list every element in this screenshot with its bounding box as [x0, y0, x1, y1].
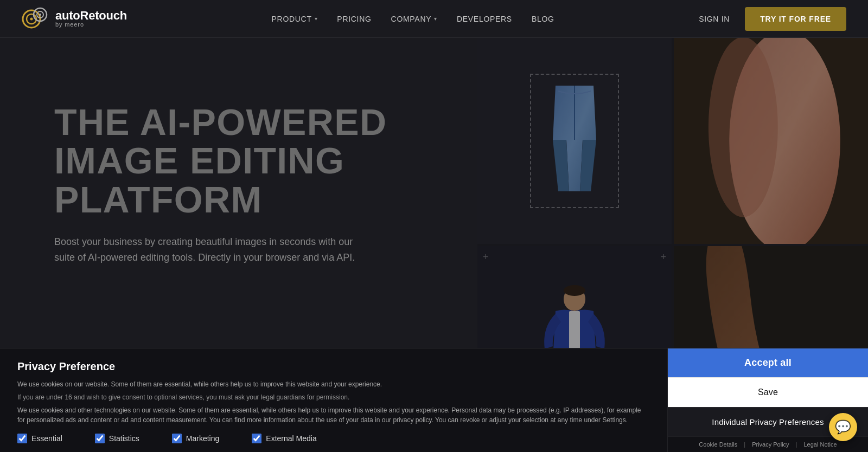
hero-title: THE AI-POWERED IMAGE EDITING PLATFORM	[54, 103, 445, 219]
privacy-banner: Privacy Preference We use cookies on our…	[0, 348, 868, 452]
try-free-button[interactable]: TRY IT FOR FREE	[745, 7, 846, 31]
checkbox-statistics[interactable]: Statistics	[95, 434, 139, 443]
privacy-policy-link[interactable]: Privacy Policy	[752, 441, 789, 448]
navbar: autoRetouch by meero PRODUCT ▾ PRICING C…	[0, 0, 868, 38]
nav-right: SIGN IN TRY IT FOR FREE	[699, 7, 846, 31]
nav-pricing[interactable]: PRICING	[337, 15, 371, 23]
image-body	[674, 38, 868, 244]
svg-point-9	[709, 38, 778, 217]
privacy-left: Privacy Preference We use cookies on our…	[0, 348, 667, 452]
chat-bubble[interactable]: 💬	[829, 413, 857, 441]
marketing-checkbox[interactable]	[172, 434, 182, 443]
corner-tl-icon: +	[483, 251, 489, 263]
hero-subtitle: Boost your business by creating beautifu…	[54, 234, 369, 266]
brand-tagline: by meero	[55, 22, 127, 28]
checkbox-external-media[interactable]: External Media	[252, 434, 316, 443]
brand-name: autoRetouch	[55, 10, 127, 22]
privacy-checkboxes: Essential Statistics Marketing External …	[17, 434, 650, 443]
chevron-down-icon: ▾	[434, 16, 437, 22]
checkbox-marketing[interactable]: Marketing	[172, 434, 219, 443]
image-jeans	[477, 38, 672, 244]
nav-company[interactable]: COMPANY ▾	[391, 15, 437, 23]
external-media-checkbox[interactable]	[252, 434, 261, 443]
statistics-checkbox[interactable]	[95, 434, 105, 443]
nav-developers[interactable]: DEVELOPERS	[457, 15, 512, 23]
privacy-title: Privacy Preference	[17, 360, 650, 373]
svg-point-4	[39, 14, 41, 16]
chat-icon: 💬	[835, 419, 851, 435]
cookie-details-link[interactable]: Cookie Details	[699, 441, 737, 448]
essential-checkbox[interactable]	[17, 434, 27, 443]
body-graphic	[674, 38, 868, 244]
svg-point-5	[30, 17, 33, 20]
logo[interactable]: autoRetouch by meero	[22, 5, 127, 33]
accept-all-button[interactable]: Accept all	[668, 348, 868, 377]
chevron-down-icon: ▾	[315, 16, 318, 22]
corner-tr-icon: +	[660, 251, 666, 263]
nav-links: PRODUCT ▾ PRICING COMPANY ▾ DEVELOPERS B…	[272, 15, 554, 23]
checkbox-essential[interactable]: Essential	[17, 434, 62, 443]
nav-product[interactable]: PRODUCT ▾	[272, 15, 318, 23]
sign-in-link[interactable]: SIGN IN	[699, 15, 730, 23]
save-button[interactable]: Save	[668, 377, 868, 406]
legal-notice-link[interactable]: Legal Notice	[803, 441, 837, 448]
privacy-text-1: We use cookies on our website. Some of t…	[17, 379, 650, 389]
svg-point-11	[564, 285, 585, 296]
nav-blog[interactable]: BLOG	[532, 15, 554, 23]
privacy-text-3: We use cookies and other technologies on…	[17, 405, 650, 425]
jeans-graphic	[542, 86, 607, 194]
privacy-text-2: If you are under 16 and wish to give con…	[17, 392, 650, 402]
